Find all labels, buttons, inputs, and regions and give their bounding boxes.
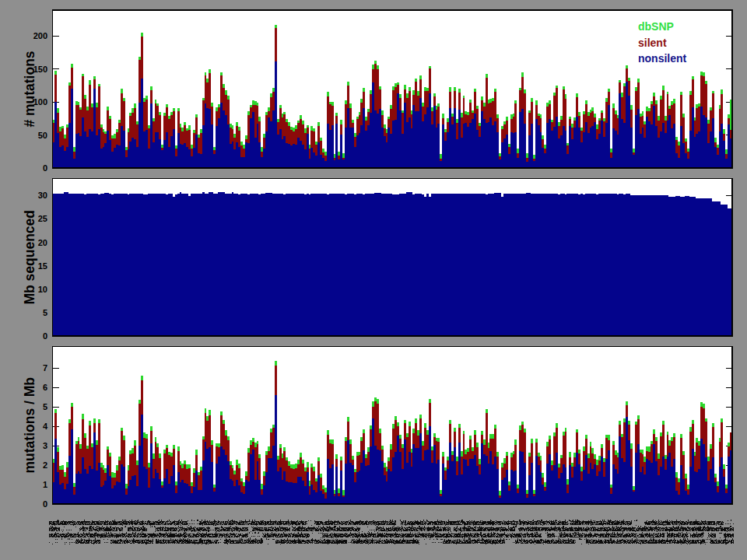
svg-text:7: 7 [43, 363, 47, 373]
svg-text:4: 4 [43, 422, 48, 431]
svg-text:# mutations: # mutations [22, 51, 37, 127]
svg-text:5: 5 [43, 402, 47, 411]
svg-text:50: 50 [38, 131, 47, 140]
svg-text:15: 15 [38, 261, 47, 271]
svg-text:0: 0 [43, 163, 47, 173]
svg-text:5: 5 [43, 308, 47, 317]
svg-text:Mb sequenced: Mb sequenced [22, 210, 37, 305]
svg-text:30: 30 [38, 191, 47, 200]
svg-text:0: 0 [43, 331, 47, 341]
svg-text:mutations / Mb: mutations / Mb [22, 377, 37, 473]
svg-text:nonsilent: nonsilent [638, 52, 687, 65]
svg-text:0: 0 [43, 499, 47, 509]
svg-text:silent: silent [638, 37, 667, 49]
svg-text:20: 20 [38, 238, 47, 247]
svg-text:6: 6 [43, 383, 47, 392]
svg-text:25: 25 [38, 214, 47, 223]
svg-text:2: 2 [43, 460, 47, 470]
svg-text:dbSNP: dbSNP [638, 20, 674, 33]
svg-text:3: 3 [43, 441, 47, 450]
svg-text:200: 200 [33, 31, 47, 40]
svg-text:10: 10 [38, 285, 47, 294]
svg-text:1: 1 [43, 480, 47, 489]
